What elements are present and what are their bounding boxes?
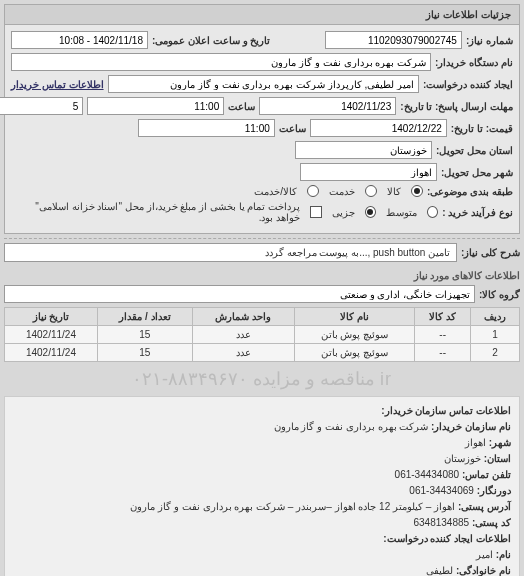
radio-partial-label: جزیی [332,207,355,218]
treasury-checkbox[interactable] [310,206,321,218]
creator-field[interactable] [108,75,420,93]
subject-group-label: طبقه بندی موضوعی: [427,186,513,197]
th-code: کد کالا [415,308,471,326]
cell-qty: 15 [97,326,192,344]
cell-unit: عدد [192,326,294,344]
radio-service-label: خدمت [329,186,355,197]
th-qty: تعداد / مقدار [97,308,192,326]
info-fax-label: دورنگار: [477,485,511,496]
table-row[interactable]: 1 -- سوئیچ پوش باتن عدد 15 1402/11/24 [5,326,520,344]
cell-qty: 15 [97,344,192,362]
table-row[interactable]: 2 -- سوئیچ پوش باتن عدد 15 1402/11/24 [5,344,520,362]
cell-name: سوئیچ پوش باتن [294,326,414,344]
reply-date-field[interactable] [259,97,396,115]
info-surname-value: لطیفی [426,565,453,576]
need-title-box: تامین push button ,...به پیوست مراجعه گر… [4,243,457,262]
radio-partial[interactable] [365,206,376,218]
radio-both[interactable] [307,185,319,197]
radio-goods-label: کالا [387,186,401,197]
buyer-contact-link[interactable]: اطلاعات تماس خریدار [11,79,104,90]
info-phone-value: 34434080-061 [395,469,460,480]
info-name-label: نام: [496,549,511,560]
cell-date: 1402/11/24 [5,344,98,362]
need-title-label: شرح کلی نیاز: [461,247,520,258]
goods-info-title: اطلاعات کالاهای مورد نیاز [4,270,520,281]
announce-dt-field[interactable] [11,31,148,49]
goods-group-field[interactable] [4,285,475,303]
radio-medium-label: متوسط [386,207,417,218]
info-city-value: اهواز [465,437,486,448]
announce-dt-label: تاریخ و ساعت اعلان عمومی: [152,35,270,46]
creator-info-title: اطلاعات ایجاد کننده درخواست: [13,531,511,547]
info-city-label: شهر: [489,437,511,448]
cell-code: -- [415,326,471,344]
info-postal-label: کد پستی: [472,517,511,528]
separator [4,238,520,239]
goods-group-label: گروه کالا: [479,289,520,300]
info-province-value: خوزستان [444,453,481,464]
info-address-value: اهواز – کیلومتر 12 جاده اهواز –سربندر – … [130,501,455,512]
th-date: تاریخ نیاز [5,308,98,326]
org-name-value: شرکت بهره برداری نفت و گاز مارون [274,421,429,432]
panel-title: جزئیات اطلاعات نیاز [5,5,519,25]
info-province-label: استان: [484,453,511,464]
request-no-field[interactable] [325,31,462,49]
info-name-value: امیر [476,549,493,560]
org-name-label: نام سازمان خریدار: [431,421,511,432]
buyer-org-label: نام دستگاه خریدار: [435,57,513,68]
radio-goods[interactable] [411,185,423,197]
buyer-org-field[interactable] [11,53,431,71]
cell-name: سوئیچ پوش باتن [294,344,414,362]
validity-label: قیمت: تا تاریخ: [451,123,513,134]
time-label-2: ساعت [279,123,306,134]
days-remaining-field[interactable] [0,97,83,115]
info-surname-label: نام خانوادگی: [456,565,511,576]
city-label: شهر محل تحویل: [441,167,513,178]
watermark: ۰۲۱-۸۸۳۴۹۶۷۰ مناقصه و مزایده ir [0,366,524,392]
process-radio-group: متوسط جزیی پرداخت تمام یا بخشی از مبلغ خ… [11,201,438,223]
province-label: استان محل تحویل: [436,145,513,156]
province-field[interactable] [295,141,432,159]
info-postal-value: 6348134885 [413,517,469,528]
reply-deadline-label: مهلت ارسال پاسخ: تا تاریخ: [400,101,513,112]
info-phone-label: تلفن تماس: [462,469,511,480]
creator-label: ایجاد کننده درخواست: [423,79,513,90]
th-row: ردیف [471,308,520,326]
cell-unit: عدد [192,344,294,362]
info-address-label: آدرس پستی: [458,501,511,512]
details-panel: جزئیات اطلاعات نیاز شماره نیاز: تاریخ و … [4,4,520,234]
th-name: نام کالا [294,308,414,326]
reply-time-field[interactable] [87,97,224,115]
th-unit: واحد شمارش [192,308,294,326]
process-note: پرداخت تمام یا بخشی از مبلغ خرید،از محل … [11,201,300,223]
radio-medium[interactable] [427,206,438,218]
radio-service[interactable] [365,185,377,197]
request-no-label: شماره نیاز: [466,35,513,46]
table-header-row: ردیف کد کالا نام کالا واحد شمارش تعداد /… [5,308,520,326]
validity-time-field[interactable] [138,119,275,137]
cell-code: -- [415,344,471,362]
cell-row: 1 [471,326,520,344]
contact-info-block: اطلاعات تماس سازمان خریدار: نام سازمان خ… [4,396,520,576]
cell-row: 2 [471,344,520,362]
radio-both-label: کالا/خدمت [254,186,297,197]
cell-date: 1402/11/24 [5,326,98,344]
validity-date-field[interactable] [310,119,447,137]
subject-radio-group: کالا خدمت کالا/خدمت [254,185,423,197]
time-label-1: ساعت [228,101,255,112]
process-type-label: نوع فرآیند خرید : [442,207,513,218]
info-title: اطلاعات تماس سازمان خریدار: [13,403,511,419]
info-fax-value: 34434069-061 [409,485,474,496]
goods-table: ردیف کد کالا نام کالا واحد شمارش تعداد /… [4,307,520,362]
city-field[interactable] [300,163,437,181]
